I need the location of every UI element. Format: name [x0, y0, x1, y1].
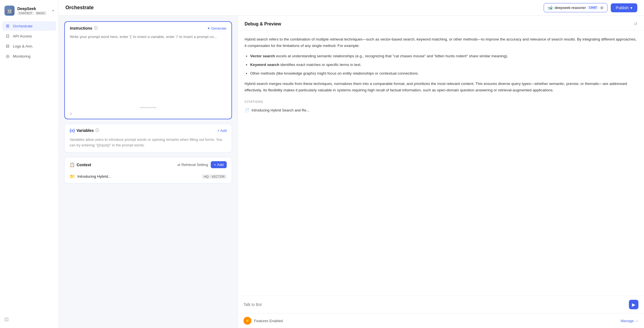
- citation-doc-icon: 📄: [245, 107, 249, 114]
- topbar-right: 🐋 deepseek-reasoner CHAT ⚙ Publish ▾: [544, 3, 637, 12]
- publish-label: Publish: [616, 6, 629, 10]
- context-item: 📁 Introducing Hybrid... HQ · VECTOR: [65, 171, 232, 183]
- context-folder-icon: 📁: [70, 174, 75, 179]
- debug-outro-text: Hybrid search merges results from these …: [245, 81, 637, 94]
- sidebar-item-label-api: API Access: [13, 34, 32, 38]
- publish-chevron-icon: ▾: [630, 6, 632, 10]
- main-area: Orchestrate 🐋 deepseek-reasoner CHAT ⚙ P…: [59, 0, 644, 328]
- debug-header: Debug & Preview ↺: [238, 16, 644, 31]
- chat-badge: CHAT: [588, 6, 598, 9]
- topbar: Orchestrate 🐋 deepseek-reasoner CHAT ⚙ P…: [59, 0, 644, 16]
- app-name: DeepSeek: [17, 6, 49, 11]
- sidebar-chevron-icon: ▾: [52, 9, 54, 13]
- monitoring-icon: ◎: [5, 54, 10, 59]
- context-header: 📋 Context ⇄ Retrieval Setting + Add: [65, 157, 232, 171]
- sidebar-title-block: DeepSeek CHATBOT BASIC: [17, 6, 49, 15]
- app-logo: 🤖: [4, 6, 15, 16]
- variables-header-left: {x} Variables ⓘ: [70, 128, 99, 133]
- sidebar-item-monitoring[interactable]: ◎ Monitoring: [2, 51, 56, 61]
- debug-bullet-3: Other methods (like knowledge graphs) mi…: [250, 70, 637, 77]
- bullet-2-text: identifies exact matches or specific ter…: [280, 63, 361, 67]
- left-panel: Instructions ⓘ ✦ Generate 0 {x}: [59, 16, 238, 328]
- expand-icon[interactable]: ⊡: [4, 317, 9, 322]
- context-item-left: 📁 Introducing Hybrid...: [70, 174, 111, 179]
- debug-title: Debug & Preview: [245, 22, 281, 27]
- send-icon: ▶: [632, 302, 635, 307]
- debug-content: Hybrid search refers to the combination …: [238, 31, 644, 296]
- bullet-2-bold: Keyword search: [250, 63, 279, 67]
- orchestrate-icon: ⊞: [5, 23, 10, 28]
- variables-description: Variables allow users to introduce promp…: [65, 136, 232, 152]
- variables-add-button[interactable]: + Add: [217, 129, 227, 133]
- sidebar: 🤖 DeepSeek CHATBOT BASIC ▾ ⊞ Orchestrate…: [0, 0, 59, 328]
- context-item-tag: HQ · VECTOR: [202, 174, 227, 179]
- citation-item: 📄 Introducing Hybrid Search and Re...: [245, 107, 637, 114]
- debug-intro-text: Hybrid search refers to the combination …: [245, 36, 637, 49]
- retrieval-setting-button[interactable]: ⇄ Retrieval Setting: [177, 163, 208, 167]
- app-badges: CHATBOT BASIC: [17, 11, 49, 15]
- api-access-icon: ⊡: [5, 34, 10, 39]
- debug-bullet-1: Vector search excels at understanding se…: [250, 53, 637, 60]
- scrollbar-hint: [140, 107, 157, 108]
- variables-info-icon: ⓘ: [95, 128, 99, 133]
- variables-add-label: + Add: [217, 129, 227, 133]
- variables-header: {x} Variables ⓘ + Add: [65, 124, 232, 136]
- right-panel: Debug & Preview ↺ Hybrid search refers t…: [238, 16, 644, 328]
- content-area: Instructions ⓘ ✦ Generate 0 {x}: [59, 16, 644, 328]
- model-icon: 🐋: [547, 5, 553, 10]
- chat-input[interactable]: [243, 302, 626, 307]
- features-avatar: ⚡: [243, 317, 251, 325]
- context-card: 📋 Context ⇄ Retrieval Setting + Add: [64, 157, 232, 183]
- context-actions: ⇄ Retrieval Setting + Add: [177, 161, 227, 168]
- sidebar-item-label-monitoring: Monitoring: [13, 54, 30, 58]
- publish-button[interactable]: Publish ▾: [611, 3, 637, 12]
- features-avatar-icon: ⚡: [245, 319, 250, 323]
- generate-star-icon: ✦: [207, 26, 210, 30]
- debug-bullets: Vector search excels at understanding se…: [250, 53, 637, 77]
- chat-input-row: ▶: [238, 296, 644, 313]
- instructions-info-icon: ⓘ: [94, 26, 98, 31]
- variables-card: {x} Variables ⓘ + Add Variables allow us…: [64, 124, 232, 153]
- sidebar-header[interactable]: 🤖 DeepSeek CHATBOT BASIC ▾: [0, 3, 58, 20]
- features-bar: ⚡ Features Enabled Manage →: [238, 313, 644, 328]
- retrieval-label: Retrieval Setting: [181, 163, 208, 167]
- instructions-card: Instructions ⓘ ✦ Generate 0: [64, 21, 232, 119]
- char-count: 0: [65, 110, 231, 119]
- context-item-name: Introducing Hybrid...: [77, 174, 111, 179]
- citation-name: Introducing Hybrid Search and Re...: [252, 107, 309, 113]
- send-button[interactable]: ▶: [629, 300, 638, 309]
- sidebar-item-orchestrate[interactable]: ⊞ Orchestrate: [2, 21, 56, 31]
- logs-icon: ⊟: [5, 44, 10, 49]
- context-doc-icon: 📋: [70, 162, 75, 167]
- variables-label: Variables: [77, 128, 94, 133]
- context-label: Context: [77, 163, 91, 167]
- features-text: Features Enabled: [254, 319, 283, 323]
- bullet-3-text: Other methods (like knowledge graphs) mi…: [250, 71, 419, 75]
- instructions-header-left: Instructions ⓘ: [70, 26, 98, 31]
- model-selector[interactable]: 🐋 deepseek-reasoner CHAT ⚙: [544, 3, 607, 12]
- features-left: ⚡ Features Enabled: [243, 317, 283, 325]
- badge-chatbot: CHATBOT: [17, 11, 34, 15]
- instructions-label: Instructions: [70, 26, 92, 30]
- context-add-button[interactable]: + Add: [211, 161, 227, 168]
- instructions-textarea[interactable]: [65, 34, 231, 106]
- sidebar-item-logs[interactable]: ⊟ Logs & Ann.: [2, 41, 56, 51]
- context-add-plus: +: [214, 163, 216, 167]
- page-title: Orchestrate: [65, 5, 94, 11]
- refresh-icon[interactable]: ↺: [634, 21, 637, 27]
- generate-label: Generate: [211, 26, 226, 30]
- retrieval-icon: ⇄: [177, 163, 180, 167]
- context-add-label: Add: [217, 163, 224, 167]
- variables-icon: {x}: [70, 128, 75, 133]
- manage-link[interactable]: Manage →: [621, 319, 638, 323]
- sidebar-item-label-logs: Logs & Ann.: [13, 44, 33, 48]
- sidebar-item-label-orchestrate: Orchestrate: [13, 24, 33, 28]
- model-name: deepseek-reasoner: [555, 6, 586, 10]
- sidebar-nav: ⊞ Orchestrate ⊡ API Access ⊟ Logs & Ann.…: [0, 20, 58, 62]
- generate-button[interactable]: ✦ Generate: [207, 26, 226, 30]
- citations-section: CITATIONS 📄 Introducing Hybrid Search an…: [245, 99, 637, 114]
- badge-basic: BASIC: [35, 11, 47, 15]
- instructions-header: Instructions ⓘ ✦ Generate: [65, 22, 231, 34]
- debug-bottom: ▶ ⚡ Features Enabled Manage →: [238, 296, 644, 328]
- sidebar-item-api-access[interactable]: ⊡ API Access: [2, 31, 56, 41]
